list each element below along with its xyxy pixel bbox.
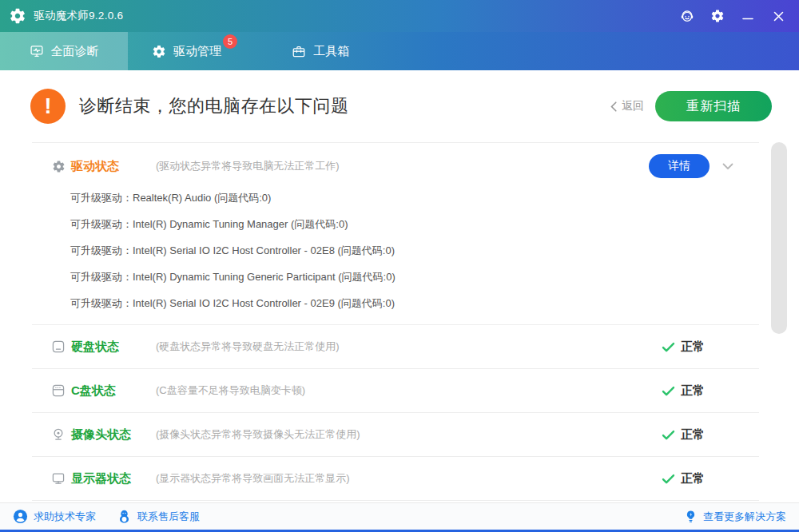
- toolbox-icon: [292, 44, 306, 58]
- diagnosis-result-header: ! 诊断结束，您的电脑存在以下问题 返回 重新扫描: [0, 70, 799, 142]
- close-icon[interactable]: [770, 8, 786, 24]
- status-indicator: 正常: [662, 339, 705, 355]
- hard-disk-status-row: 硬盘状态 (硬盘状态异常将导致硬盘无法正常使用) 正常: [32, 325, 759, 369]
- back-button[interactable]: 返回: [610, 99, 644, 113]
- section-title: C盘状态: [71, 383, 156, 399]
- section-title: 显示器状态: [71, 471, 156, 486]
- gear-icon: [51, 159, 66, 173]
- check-icon: [662, 386, 675, 396]
- app-logo-gear-icon: [8, 6, 27, 26]
- hard-disk-icon: [51, 339, 66, 354]
- camera-status-row: 摄像头状态 (摄像头状态异常将导致摄像头无法正常使用) 正常: [32, 413, 759, 457]
- section-description: (摄像头状态异常将导致摄像头无法正常使用): [156, 427, 360, 442]
- section-description: (驱动状态异常将导致电脑无法正常工作): [156, 159, 340, 173]
- upgradable-driver-list: 可升级驱动：Realtek(R) Audio (问题代码:0) 可升级驱动：In…: [32, 183, 759, 324]
- check-icon: [662, 430, 675, 440]
- detail-button[interactable]: 详情: [649, 154, 710, 178]
- status-sections: 驱动状态 (驱动状态异常将导致电脑无法正常工作) 详情 可升级驱动：Realte…: [32, 142, 759, 501]
- status-text: 正常: [681, 427, 705, 443]
- status-text: 正常: [681, 471, 705, 486]
- qq-icon: [117, 509, 132, 524]
- driver-list-item: 可升级驱动：Intel(R) Serial IO I2C Host Contro…: [70, 290, 759, 316]
- section-title: 驱动状态: [71, 159, 156, 174]
- titlebar: 驱动魔术师9.2.0.6: [0, 0, 799, 32]
- section-description: (硬盘状态异常将导致硬盘无法正常使用): [156, 339, 340, 354]
- footer: 求助技术专家 联系售后客服 查看更多解决方案: [0, 502, 799, 530]
- section-description: (显示器状态异常将导致画面无法正常显示): [156, 471, 350, 486]
- driver-status-header: 驱动状态 (驱动状态异常将导致电脑无法正常工作) 详情: [32, 143, 759, 183]
- driver-list-item: 可升级驱动：Intel(R) Dynamic Tuning Generic Pa…: [70, 264, 759, 290]
- monitor-icon: [51, 471, 66, 486]
- tab-driver-management[interactable]: 驱动管理 5: [128, 32, 245, 70]
- section-title: 摄像头状态: [71, 427, 156, 443]
- more-solutions-link[interactable]: 查看更多解决方案: [684, 510, 786, 524]
- main-content: ! 诊断结束，您的电脑存在以下问题 返回 重新扫描 驱动状态 (驱动状态异常将导…: [0, 70, 799, 502]
- tab-label: 全面诊断: [51, 44, 99, 59]
- app-window: 驱动魔术师9.2.0.6: [0, 0, 799, 532]
- app-title: 驱动魔术师9.2.0.6: [34, 9, 123, 23]
- driver-list-item: 可升级驱动：Intel(R) Dynamic Tuning Manager (问…: [70, 211, 759, 237]
- rescan-button[interactable]: 重新扫描: [655, 91, 772, 121]
- check-icon: [662, 474, 675, 484]
- page-title: 诊断结束，您的电脑存在以下问题: [79, 94, 349, 118]
- diagnose-monitor-icon: [30, 44, 44, 58]
- tabbar: 全面诊断 驱动管理 5 工具箱: [0, 32, 799, 70]
- driver-list-item: 可升级驱动：Intel(R) Serial IO I2C Host Contro…: [70, 237, 759, 264]
- chevron-left-icon: [610, 101, 617, 112]
- settings-icon[interactable]: [710, 8, 725, 24]
- minimize-icon[interactable]: [740, 8, 756, 24]
- section-title: 硬盘状态: [71, 339, 156, 355]
- check-icon: [662, 342, 675, 352]
- ask-expert-link[interactable]: 求助技术专家: [13, 509, 96, 524]
- scrollbar-thumb[interactable]: [771, 142, 787, 334]
- status-text: 正常: [681, 383, 705, 399]
- tab-toolbox[interactable]: 工具箱: [268, 32, 373, 70]
- gear-icon: [152, 44, 166, 58]
- tab-label: 工具箱: [313, 44, 349, 59]
- expert-icon: [13, 509, 28, 524]
- monitor-status-row: 显示器状态 (显示器状态异常将导致画面无法正常显示) 正常: [32, 457, 759, 501]
- status-text: 正常: [681, 339, 705, 355]
- driver-list-item: 可升级驱动：Realtek(R) Audio (问题代码:0): [70, 185, 759, 211]
- c-drive-status-row: C盘状态 (C盘容量不足将导致电脑变卡顿) 正常: [32, 369, 759, 413]
- driver-count-badge: 5: [223, 34, 237, 49]
- tab-label: 驱动管理 5: [173, 44, 221, 59]
- status-indicator: 正常: [662, 427, 705, 443]
- alert-icon: !: [30, 89, 66, 124]
- status-indicator: 正常: [662, 471, 705, 486]
- section-description: (C盘容量不足将导致电脑变卡顿): [156, 383, 305, 398]
- c-drive-icon: [51, 383, 66, 398]
- bulb-icon: [684, 510, 698, 523]
- contact-support-link[interactable]: 联系售后客服: [117, 509, 200, 524]
- camera-icon: [51, 427, 66, 442]
- chevron-down-icon[interactable]: [722, 163, 733, 170]
- driver-status-section: 驱动状态 (驱动状态异常将导致电脑无法正常工作) 详情 可升级驱动：Realte…: [32, 143, 759, 325]
- support-icon[interactable]: [679, 8, 695, 24]
- tab-full-diagnosis[interactable]: 全面诊断: [0, 32, 128, 70]
- status-indicator: 正常: [662, 383, 705, 399]
